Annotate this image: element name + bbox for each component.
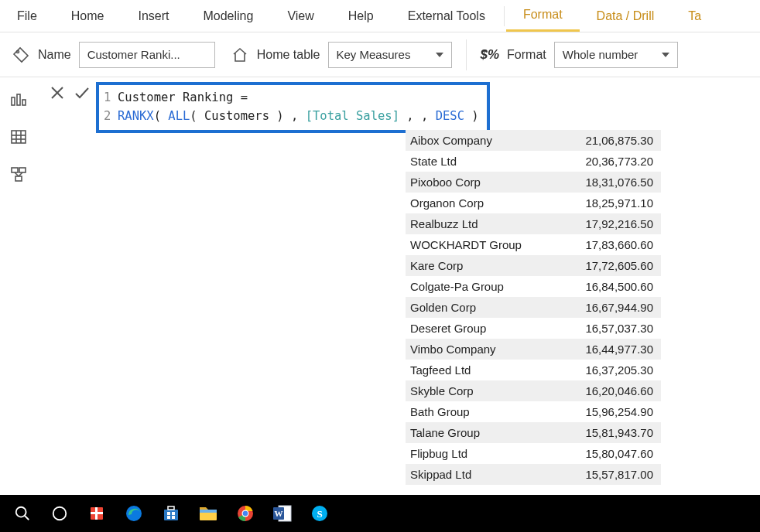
ribbon-tab-modeling[interactable]: Modeling (186, 0, 270, 32)
svg-text:S: S (317, 508, 322, 520)
formula-commit-button[interactable] (71, 82, 93, 104)
table-row[interactable]: Aibox Company21,06,875.30 (406, 130, 661, 151)
customer-name-cell: State Ltd (406, 155, 560, 168)
data-view-button[interactable] (9, 128, 28, 148)
svg-rect-28 (172, 516, 175, 519)
taskbar-cortana[interactable] (43, 498, 76, 529)
name-label: Name (38, 48, 71, 62)
table-row[interactable]: Kare Corp17,72,605.60 (406, 255, 661, 276)
measure-name-value: Customer Ranki... (87, 48, 180, 61)
ribbon-properties: Name Customer Ranki... Home table Key Me… (0, 32, 760, 77)
customer-name-cell: Deseret Group (406, 322, 560, 335)
ribbon-tab-insert[interactable]: Insert (121, 0, 186, 32)
view-switcher-rail (0, 79, 37, 495)
tag-icon (12, 46, 30, 64)
taskbar-skype[interactable]: S (303, 498, 336, 529)
table-row[interactable]: Pixoboo Corp18,31,076.50 (406, 172, 661, 193)
table-row[interactable]: Skyble Corp16,20,046.60 (406, 380, 661, 401)
ribbon-tab-format[interactable]: Format (506, 0, 580, 32)
ribbon-tab-external-tools[interactable]: External Tools (391, 0, 502, 32)
svg-rect-11 (15, 176, 22, 181)
customer-name-cell: Skyble Corp (406, 384, 560, 397)
customer-name-cell: Skippad Ltd (406, 468, 560, 481)
value-cell: 16,44,977.30 (560, 343, 661, 356)
formula-editor[interactable]: 1Customer Ranking =2RANKX( ALL( Customer… (96, 82, 490, 133)
customer-name-cell: Kare Corp (406, 259, 560, 272)
measure-name-input[interactable]: Customer Ranki... (79, 42, 215, 68)
svg-rect-3 (22, 100, 26, 105)
ribbon-tab-data-drill[interactable]: Data / Drill (580, 0, 672, 32)
customer-name-cell: Realbuzz Ltd (406, 217, 560, 230)
svg-rect-21 (95, 507, 98, 520)
svg-rect-1 (12, 97, 15, 105)
table-row[interactable]: Tagfeed Ltd16,37,205.30 (406, 360, 661, 380)
table-row[interactable]: Flipbug Ltd15,80,047.60 (406, 443, 661, 464)
svg-rect-26 (172, 512, 175, 515)
home-table-dropdown[interactable]: Key Measures (328, 42, 452, 68)
ribbon-tab-file[interactable]: File (3, 0, 54, 32)
value-cell: 18,31,076.50 (560, 176, 661, 189)
ribbon-tab-view[interactable]: View (270, 0, 330, 32)
customer-name-cell: Flipbug Ltd (406, 447, 560, 460)
ribbon-tab-help[interactable]: Help (331, 0, 391, 32)
svg-rect-10 (19, 168, 26, 172)
ribbon-tab-ta[interactable]: Ta (671, 0, 718, 32)
home-table-label: Home table (257, 48, 320, 62)
svg-rect-4 (12, 131, 26, 143)
table-row[interactable]: State Ltd20,36,773.20 (406, 151, 661, 172)
table-row[interactable]: Colgate-Pa Group16,84,500.60 (406, 276, 661, 297)
table-row[interactable]: WOCKHARDT Group17,83,660.60 (406, 234, 661, 255)
svg-point-18 (53, 507, 67, 520)
table-row[interactable]: Realbuzz Ltd17,92,216.50 (406, 213, 661, 234)
chevron-down-icon (662, 53, 669, 57)
value-cell: 15,81,943.70 (560, 426, 661, 439)
svg-point-22 (126, 506, 142, 521)
taskbar-edge[interactable] (118, 498, 150, 529)
table-row[interactable]: Talane Group15,81,943.70 (406, 422, 661, 443)
customer-name-cell: WOCKHARDT Group (406, 238, 560, 251)
value-cell: 16,67,944.90 (560, 301, 661, 314)
customer-name-cell: Colgate-Pa Group (406, 280, 560, 293)
table-row[interactable]: Bath Group15,96,254.90 (406, 401, 661, 422)
value-cell: 17,72,605.60 (560, 259, 661, 272)
format-label: Format (507, 48, 546, 62)
formula-cancel-button[interactable] (46, 82, 68, 104)
svg-rect-30 (200, 510, 217, 513)
taskbar-word[interactable]: W (266, 498, 299, 529)
value-cell: 16,84,500.60 (560, 280, 661, 293)
taskbar-gift[interactable] (80, 498, 113, 529)
taskbar-chrome[interactable] (229, 498, 262, 529)
taskbar-file-explorer[interactable] (192, 498, 224, 529)
ribbon-tab-home[interactable]: Home (54, 0, 122, 32)
taskbar-store[interactable] (155, 498, 187, 529)
chevron-down-icon (436, 53, 443, 57)
customer-name-cell: Tagfeed Ltd (406, 363, 560, 377)
format-dropdown[interactable]: Whole number (554, 42, 678, 68)
separator (466, 39, 467, 70)
customer-name-cell: Golden Corp (406, 301, 560, 314)
customer-name-cell: Organon Corp (406, 196, 560, 210)
value-cell: 15,96,254.90 (560, 405, 661, 418)
svg-point-16 (16, 507, 26, 517)
model-view-button[interactable] (9, 165, 28, 186)
svg-point-0 (17, 50, 19, 53)
ribbon-menu: FileHomeInsertModelingViewHelpExternal T… (0, 0, 760, 32)
svg-text:W: W (275, 509, 283, 518)
table-row[interactable]: Vimbo Company16,44,977.30 (406, 339, 661, 360)
svg-rect-2 (17, 94, 20, 105)
value-cell: 16,20,046.60 (560, 384, 661, 397)
value-cell: 17,92,216.50 (560, 217, 661, 230)
taskbar-search[interactable] (6, 498, 39, 529)
customer-name-cell: Bath Group (406, 405, 560, 418)
table-row[interactable]: Organon Corp18,25,971.10 (406, 193, 661, 213)
svg-rect-9 (12, 168, 18, 172)
table-row[interactable]: Golden Corp16,67,944.90 (406, 297, 661, 318)
value-cell: 15,80,047.60 (560, 447, 661, 460)
format-icon: $% (481, 47, 500, 63)
table-row[interactable]: Skippad Ltd15,57,817.00 (406, 464, 661, 485)
formula-bar: 1Customer Ranking =2RANKX( ALL( Customer… (46, 82, 757, 133)
customer-name-cell: Aibox Company (406, 134, 560, 147)
report-view-button[interactable] (9, 90, 28, 111)
table-row[interactable]: Deseret Group16,57,037.30 (406, 318, 661, 339)
svg-line-17 (25, 516, 29, 520)
